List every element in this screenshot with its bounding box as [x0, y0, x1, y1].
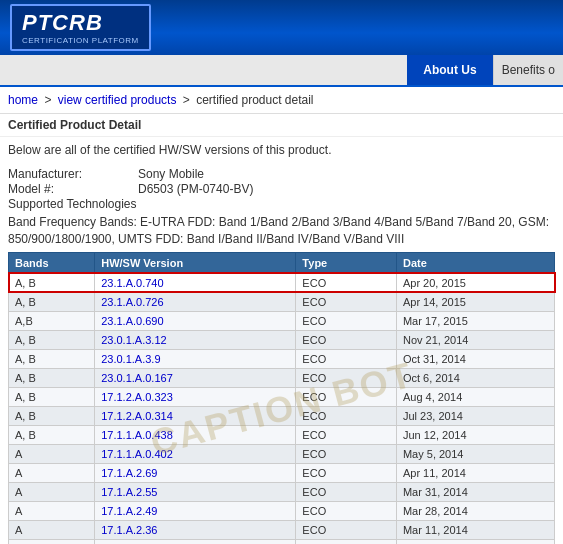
cell-type: ECO: [296, 406, 397, 425]
logo-area: PTCRB CERTIFICATION PLATFORM: [10, 4, 151, 51]
cell-date: Mar 28, 2014: [396, 501, 554, 520]
table-row: A17.1.A.2.49ECOMar 28, 2014: [9, 501, 555, 520]
breadcrumb-home[interactable]: home: [8, 93, 38, 107]
supported-value: Supported Technologies: [8, 197, 137, 211]
cell-bands: A, B: [9, 292, 95, 311]
cell-bands: A, B: [9, 330, 95, 349]
col-header-date: Date: [396, 252, 554, 273]
cell-date: Jul 23, 2014: [396, 406, 554, 425]
version-link[interactable]: 17.1.2.A.0.323: [101, 391, 173, 403]
cell-date: Aug 4, 2014: [396, 387, 554, 406]
cell-date: May 5, 2014: [396, 444, 554, 463]
cell-version[interactable]: 23.0.1.A.3.12: [95, 330, 296, 349]
breadcrumb-sep-1: >: [44, 93, 54, 107]
logo-box: PTCRB CERTIFICATION PLATFORM: [10, 4, 151, 51]
version-link[interactable]: 23.1.A.0.726: [101, 296, 163, 308]
version-link[interactable]: 17.1.A.2.36: [101, 524, 157, 536]
cell-date: Mar 17, 2015: [396, 311, 554, 330]
version-link[interactable]: 17.1.A.2.69: [101, 467, 157, 479]
cell-date: Apr 20, 2015: [396, 273, 554, 292]
cell-bands: A: [9, 539, 95, 544]
cell-version[interactable]: 23.0.1.A.3.9: [95, 349, 296, 368]
version-link[interactable]: 23.1.A.0.690: [101, 315, 163, 327]
table-row: A, B17.1.1.A.0.438ECOJun 12, 2014: [9, 425, 555, 444]
version-link[interactable]: 17.1.A.2.49: [101, 505, 157, 517]
version-link[interactable]: 17.1.1.A.0.438: [101, 429, 173, 441]
version-link[interactable]: 23.0.1.A.3.9: [101, 353, 160, 365]
cell-version[interactable]: 17.1.2.A.0.314: [95, 406, 296, 425]
cell-date: Feb 28, 2014: [396, 539, 554, 544]
table-row: A, B17.1.2.A.0.323ECOAug 4, 2014: [9, 387, 555, 406]
nav-tab-benefits[interactable]: Benefits o: [494, 55, 563, 85]
cell-type: ECO: [296, 387, 397, 406]
cell-type: ECO: [296, 349, 397, 368]
model-value: D6503 (PM-0740-BV): [138, 182, 253, 196]
version-link[interactable]: 23.0.1.A.3.12: [101, 334, 166, 346]
cell-type: ECO: [296, 539, 397, 544]
cell-type: ECO: [296, 311, 397, 330]
cell-bands: A, B: [9, 406, 95, 425]
product-info: Manufacturer: Sony Mobile Model #: D6503…: [0, 163, 563, 211]
table-row: A17.1.A.2.55ECOMar 31, 2014: [9, 482, 555, 501]
cell-bands: A, B: [9, 387, 95, 406]
cell-bands: A, B: [9, 349, 95, 368]
cell-version[interactable]: 17.1.1.A.0.402: [95, 444, 296, 463]
col-header-type: Type: [296, 252, 397, 273]
model-row: Model #: D6503 (PM-0740-BV): [8, 182, 555, 196]
cell-date: Apr 11, 2014: [396, 463, 554, 482]
version-link[interactable]: 23.1.A.0.740: [101, 277, 163, 289]
page-description: Below are all of the certified HW/SW ver…: [0, 137, 563, 163]
cell-version[interactable]: 17.1.A.2.55: [95, 482, 296, 501]
cell-type: ECO: [296, 368, 397, 387]
table-row: A, B17.1.2.A.0.314ECOJul 23, 2014: [9, 406, 555, 425]
breadcrumb-current: certified product detail: [196, 93, 313, 107]
cell-date: Mar 31, 2014: [396, 482, 554, 501]
version-link[interactable]: 17.1.1.A.0.402: [101, 448, 173, 460]
cell-type: ECO: [296, 501, 397, 520]
cell-version[interactable]: 23.0.1.A.0.167: [95, 368, 296, 387]
table-header-row: Bands HW/SW Version Type Date: [9, 252, 555, 273]
manufacturer-label: Manufacturer:: [8, 167, 138, 181]
cell-version[interactable]: 17.1.1.A.0.438: [95, 425, 296, 444]
table-row: A, B23.1.A.0.740ECOApr 20, 2015: [9, 273, 555, 292]
table-row: A, B23.1.A.0.726ECOApr 14, 2015: [9, 292, 555, 311]
nav-bar: About Us Benefits o: [0, 55, 563, 87]
cell-version[interactable]: 17.1.A.2.69: [95, 463, 296, 482]
site-header: PTCRB CERTIFICATION PLATFORM: [0, 0, 563, 55]
col-header-version: HW/SW Version: [95, 252, 296, 273]
breadcrumb-certified[interactable]: view certified products: [58, 93, 177, 107]
table-row: A17.1.1.A.0.402ECOMay 5, 2014: [9, 444, 555, 463]
cell-type: ECO: [296, 520, 397, 539]
cell-version[interactable]: 23.1.A.0.726: [95, 292, 296, 311]
cell-bands: A: [9, 520, 95, 539]
nav-tab-about-us[interactable]: About Us: [407, 55, 493, 85]
table-row: A, B23.0.1.A.3.9ECOOct 31, 2014: [9, 349, 555, 368]
page-title: Certified Product Detail: [0, 114, 563, 137]
cell-date: Nov 21, 2014: [396, 330, 554, 349]
version-link[interactable]: 17.1.2.A.0.314: [101, 410, 173, 422]
cell-bands: A: [9, 482, 95, 501]
model-label: Model #:: [8, 182, 138, 196]
table-row: A17.1.A.2.69ECOApr 11, 2014: [9, 463, 555, 482]
table-container: CAPTION BOT Bands HW/SW Version Type Dat…: [0, 252, 563, 544]
cell-type: ECO: [296, 444, 397, 463]
cell-date: Jun 12, 2014: [396, 425, 554, 444]
version-link[interactable]: 17.1.A.2.55: [101, 486, 157, 498]
version-link[interactable]: 23.0.1.A.0.167: [101, 372, 173, 384]
cell-version[interactable]: 23.1.A.0.740: [95, 273, 296, 292]
cell-version[interactable]: 17.1.A.2.36: [95, 520, 296, 539]
cell-bands: A, B: [9, 368, 95, 387]
cell-bands: A: [9, 463, 95, 482]
cell-version[interactable]: 17.1.A.2.49: [95, 501, 296, 520]
freq-label: Band Frequency Bands:: [8, 215, 137, 229]
cell-type: ECO: [296, 273, 397, 292]
breadcrumb: home > view certified products > certifi…: [0, 87, 563, 114]
cell-date: Mar 11, 2014: [396, 520, 554, 539]
col-header-bands: Bands: [9, 252, 95, 273]
cell-version[interactable]: 23.1.A.0.690: [95, 311, 296, 330]
cell-type: ECO: [296, 482, 397, 501]
cell-version[interactable]: 17.1.2.A.0.323: [95, 387, 296, 406]
cell-bands: A, B: [9, 273, 95, 292]
manufacturer-row: Manufacturer: Sony Mobile: [8, 167, 555, 181]
cell-version[interactable]: 17.1.A.1.2: [95, 539, 296, 544]
